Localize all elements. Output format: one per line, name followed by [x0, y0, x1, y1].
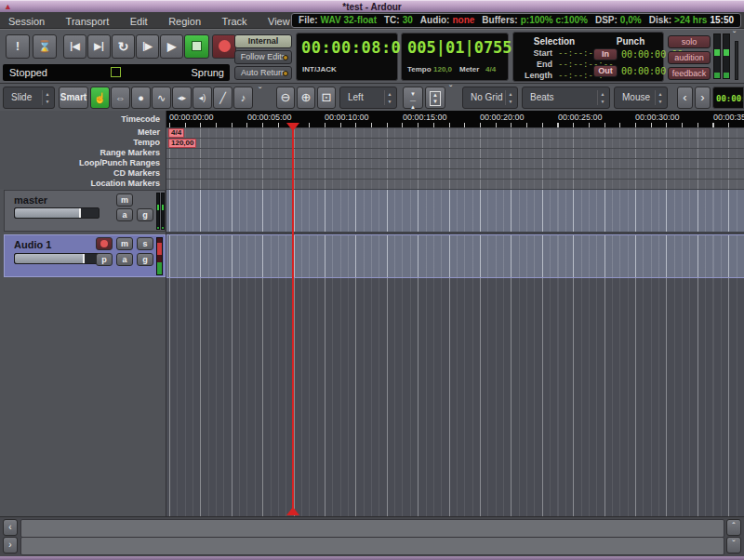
track-name-audio1[interactable]: Audio 1 — [14, 239, 51, 250]
summary-range-strip[interactable] — [20, 537, 724, 555]
tool-grab-button[interactable]: ☝ — [90, 87, 110, 109]
solo-button[interactable]: solo — [668, 35, 711, 48]
stepper-icon[interactable]: ▲▼ — [505, 90, 515, 105]
range-markers-ruler[interactable] — [166, 148, 744, 158]
secondary-clock-time[interactable]: 005|01|0755 — [407, 38, 512, 57]
track-header-master[interactable]: master m a g — [4, 190, 166, 232]
play-button[interactable]: ▶ — [160, 34, 183, 59]
ruler-label-meter[interactable]: Meter — [0, 127, 165, 138]
audio1-gain-fader[interactable] — [14, 253, 100, 264]
menu-edit[interactable]: Edit — [122, 13, 156, 30]
play-from-playhead-button[interactable]: |▶ — [136, 34, 159, 59]
audio1-solo-button[interactable]: s — [137, 237, 153, 250]
audio1-p-button[interactable]: p — [96, 253, 113, 266]
tool-range-button[interactable]: ⇔ — [111, 87, 130, 109]
stepper-icon[interactable]: ▲▼ — [42, 90, 52, 105]
summary-scroll-down-button[interactable]: ˇ — [726, 537, 741, 553]
shuttle-mode-text[interactable]: Sprung — [192, 64, 224, 81]
track-header-audio1[interactable]: Audio 1 m s p a g — [4, 234, 166, 277]
stepper-icon[interactable]: ▲▼ — [655, 90, 665, 105]
punch-out-button[interactable]: Out — [593, 65, 618, 77]
cd-markers-ruler[interactable] — [166, 168, 744, 179]
menu-region[interactable]: Region — [160, 13, 209, 30]
ruler-label-loop-punch[interactable]: Loop/Punch Ranges — [0, 158, 165, 168]
timecode-ruler[interactable]: 00:00:00:00 00:00:05:00 00:00:10:00 00:0… — [166, 111, 744, 127]
panel-collapse-icon[interactable]: ˇ — [733, 30, 736, 39]
audio1-record-arm-button[interactable] — [96, 237, 113, 250]
zoom-focus-dropdown[interactable]: Left▲▼ — [339, 87, 397, 109]
secondary-clock[interactable]: 005|01|0755 Tempo 120,0 Meter 4/4 — [401, 33, 509, 81]
tool-stretch-button[interactable]: ◂▸ — [172, 87, 192, 109]
master-a-button[interactable]: a — [116, 208, 133, 221]
summary-scroll-right-button[interactable]: › — [3, 537, 18, 553]
ruler-label-timecode[interactable]: Timecode — [0, 111, 165, 127]
track-canvas[interactable] — [166, 189, 744, 516]
menu-track[interactable]: Track — [213, 13, 255, 30]
tool-audition-button[interactable]: ◂) — [193, 87, 212, 109]
empty-canvas-area[interactable] — [166, 278, 744, 516]
tempo-value[interactable]: 120,0 — [433, 65, 452, 73]
menu-transport[interactable]: Transport — [58, 13, 118, 30]
midi-panic-button[interactable]: ! — [6, 34, 30, 59]
summary-scroll-up-button[interactable]: ˆ — [726, 519, 741, 536]
record-button[interactable] — [212, 34, 236, 59]
shuttle-position-marker[interactable] — [111, 67, 121, 77]
shuttle-control[interactable]: Stopped Sprung — [3, 64, 230, 81]
fit-tracks-button[interactable]: ▼—▲ — [403, 87, 423, 109]
edit-point-dropdown[interactable]: Mouse▲▼ — [614, 87, 668, 109]
ruler-canvas[interactable]: 00:00:00:00 00:00:05:00 00:00:10:00 00:0… — [166, 111, 744, 189]
zoom-out-button[interactable]: ⊖ — [276, 87, 295, 109]
audio1-track-lane[interactable] — [166, 234, 744, 278]
master-g-button[interactable]: g — [137, 208, 153, 221]
edit-mode-dropdown[interactable]: Slide▲▼ — [3, 87, 55, 109]
zoom-in-button[interactable]: ⊕ — [297, 87, 315, 109]
grid-mode-dropdown[interactable]: No Grid▲▼ — [462, 87, 518, 109]
zoom-fit-button[interactable]: ⊡ — [317, 87, 336, 109]
master-mute-button[interactable]: m — [116, 193, 133, 207]
monitor-fader[interactable] — [735, 41, 738, 80]
fader-handle[interactable] — [79, 208, 81, 218]
meter-value[interactable]: 4/4 — [485, 65, 496, 73]
toolbar-expand-icon-2[interactable]: ˇ — [449, 84, 452, 93]
stop-button[interactable] — [184, 34, 209, 59]
master-track-lane[interactable] — [166, 190, 744, 232]
metronome-button[interactable]: ⌛ — [33, 34, 57, 59]
fader-handle[interactable] — [83, 254, 85, 263]
audio1-mute-button[interactable]: m — [116, 237, 133, 250]
location-markers-ruler[interactable] — [166, 179, 744, 189]
sync-internal-button[interactable]: Internal — [234, 34, 292, 48]
feedback-button[interactable]: feedback — [668, 67, 711, 80]
smart-mode-button[interactable]: Smart — [59, 87, 88, 109]
ruler-label-tempo[interactable]: Tempo — [0, 138, 165, 148]
grid-type-dropdown[interactable]: Beats▲▼ — [522, 87, 610, 109]
stepper-icon[interactable]: ▲▼ — [384, 90, 394, 105]
ruler-label-cd-markers[interactable]: CD Markers — [0, 168, 165, 179]
play-loop-button[interactable]: ↻ — [112, 34, 135, 59]
tool-notes-button[interactable]: ♪ — [233, 87, 253, 109]
playhead-bottom-handle[interactable] — [286, 507, 299, 515]
ruler-label-location-markers[interactable]: Location Markers — [0, 179, 165, 189]
stepper-icon[interactable]: ▲▼ — [597, 90, 607, 105]
tempo-ruler[interactable]: 120,00 — [166, 138, 744, 148]
punch-in-button[interactable]: In — [593, 48, 618, 60]
tool-zoom-button[interactable]: ● — [131, 87, 151, 109]
goto-start-button[interactable]: |◀ — [63, 34, 86, 59]
meter-marker[interactable]: 4/4 — [168, 128, 184, 138]
auto-return-button[interactable]: Auto Return — [234, 66, 292, 80]
summary-view-strip[interactable] — [20, 519, 724, 538]
nudge-forward-button[interactable]: › — [695, 87, 711, 109]
tempo-marker[interactable]: 120,00 — [168, 139, 196, 148]
tool-gain-button[interactable]: ∿ — [152, 87, 171, 109]
loop-punch-ruler[interactable] — [166, 158, 744, 168]
nudge-back-button[interactable]: ‹ — [677, 87, 693, 109]
nudge-clock[interactable]: 00:00:00 — [712, 87, 744, 109]
toolbar-expand-icon[interactable]: ˇ — [259, 86, 261, 95]
menu-session[interactable]: Session — [0, 13, 53, 30]
goto-end-button[interactable]: ▶| — [87, 34, 111, 59]
master-gain-fader[interactable] — [14, 207, 100, 219]
audition-button[interactable]: audition — [668, 51, 711, 64]
track-name-master[interactable]: master — [14, 194, 47, 206]
primary-clock-time[interactable]: 00:00:08:05 — [301, 38, 411, 57]
primary-clock[interactable]: 00:00:08:05 INT/JACK — [296, 33, 398, 81]
summary-scroll-left-button[interactable]: ‹ — [3, 519, 18, 536]
